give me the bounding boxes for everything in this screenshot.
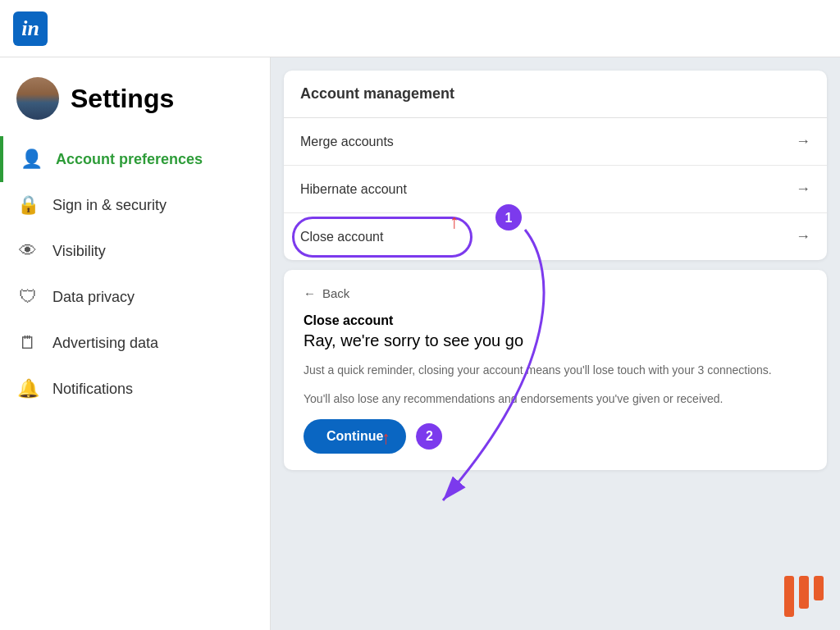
sidebar-item-visibility[interactable]: 👁 Visibility xyxy=(0,228,270,274)
bell-icon: 🔔 xyxy=(16,377,39,400)
settings-header: Settings xyxy=(0,71,270,136)
account-management-card: Account management Merge accounts → Hibe… xyxy=(284,71,827,260)
sidebar-item-data-privacy[interactable]: 🛡 Data privacy xyxy=(0,274,270,320)
back-label: Back xyxy=(322,286,349,300)
close-account-panel: ← Back Close account Ray, we're sorry to… xyxy=(284,270,827,470)
card-header: Account management xyxy=(284,71,827,118)
arrow-right-icon: → xyxy=(796,180,810,198)
sidebar-label: Notifications xyxy=(52,381,133,398)
close-account-item[interactable]: Close account → xyxy=(284,213,827,260)
sidebar: Settings 👤 Account preferences 🔒 Sign in… xyxy=(0,57,271,630)
eye-icon: 👁 xyxy=(16,240,39,262)
settings-title: Settings xyxy=(71,84,174,114)
sidebar-item-account-preferences[interactable]: 👤 Account preferences xyxy=(0,136,270,182)
hibernate-account-label: Hibernate account xyxy=(300,182,407,197)
reminder-text-1: Just a quick reminder, closing your acco… xyxy=(304,362,807,379)
merge-accounts-label: Merge accounts xyxy=(300,135,394,149)
close-account-label: Close account xyxy=(300,230,383,244)
sidebar-item-advertising-data[interactable]: 🗒 Advertising data xyxy=(0,320,270,366)
continue-button[interactable]: Continue xyxy=(304,419,406,454)
back-arrow-icon: ← xyxy=(304,286,316,300)
main-layout: Settings 👤 Account preferences 🔒 Sign in… xyxy=(0,57,840,630)
back-link[interactable]: ← Back xyxy=(304,286,807,300)
avatar xyxy=(16,77,59,120)
sidebar-label: Visibility xyxy=(52,243,106,260)
merge-accounts-item[interactable]: Merge accounts → xyxy=(284,118,827,166)
sidebar-label: Sign in & security xyxy=(52,197,167,214)
step-2-badge: 2 xyxy=(416,423,442,450)
linkedin-logo: in xyxy=(13,11,48,46)
arrow-right-icon: → xyxy=(796,133,810,150)
lock-icon: 🔒 xyxy=(16,194,39,217)
list-icon: 🗒 xyxy=(16,331,39,354)
sidebar-label: Account preferences xyxy=(56,151,203,168)
arrow-right-icon: → xyxy=(796,228,810,245)
top-bar: in xyxy=(0,0,840,57)
reminder-text-2: You'll also lose any recommendations and… xyxy=(304,390,807,408)
hibernate-account-item[interactable]: Hibernate account → xyxy=(284,166,827,213)
content-area: Account management Merge accounts → Hibe… xyxy=(271,57,840,630)
sidebar-label: Data privacy xyxy=(52,289,135,306)
sorry-text: Ray, we're sorry to see you go xyxy=(304,331,807,350)
sidebar-item-notifications[interactable]: 🔔 Notifications xyxy=(0,366,270,412)
sidebar-item-sign-in-security[interactable]: 🔒 Sign in & security xyxy=(0,182,270,228)
panel-close-account-title: Close account xyxy=(304,313,807,328)
user-icon: 👤 xyxy=(20,148,43,171)
bottom-decoration xyxy=(784,576,824,617)
sidebar-label: Advertising data xyxy=(52,335,158,352)
shield-icon: 🛡 xyxy=(16,285,39,308)
